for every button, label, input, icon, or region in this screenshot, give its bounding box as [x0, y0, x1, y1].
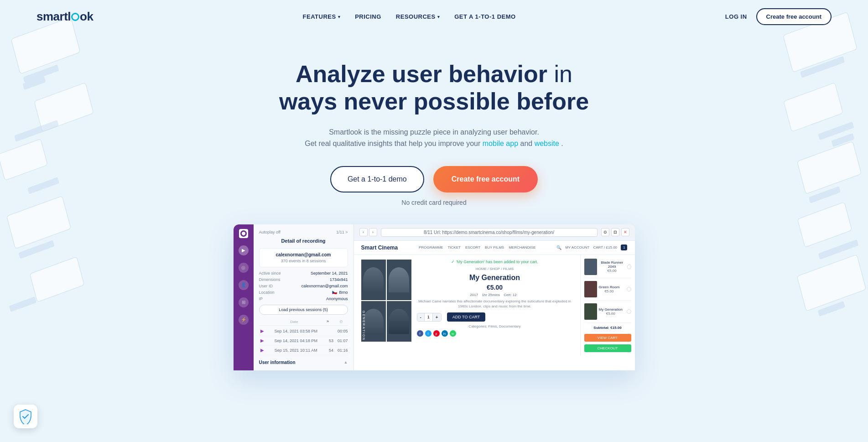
linkedin-share-icon[interactable]: in [442, 330, 448, 337]
active-since-value: September 14, 2021 [311, 271, 348, 276]
ip-row: IP Anonymous [259, 296, 348, 301]
cinema-logo: Smart Cinema [361, 244, 398, 251]
cart-item-2-radio[interactable] [627, 287, 631, 291]
session-row: ▶ Sep 14, 2021 03:58 PM 00:05 [259, 327, 348, 336]
nav-features[interactable]: FEATURES ▾ [303, 13, 341, 20]
location-value: 🇨🇿 Brno [332, 290, 348, 295]
film-image-3: GENERATION [361, 301, 386, 342]
mobile-app-link[interactable]: mobile app [483, 140, 518, 147]
facebook-share-icon[interactable]: f [417, 330, 423, 337]
cart-count-badge: 1 [621, 244, 627, 250]
autoplay-label[interactable]: Autoplay off [259, 230, 281, 234]
dimensions-label: Dimensions [259, 277, 281, 282]
film-detail-section: GENERATION ✓ 'My Generation' has been ad… [354, 255, 580, 356]
location-label: Location [259, 290, 275, 295]
user-id-row: User ID calexnorman@gmail.com [259, 284, 348, 288]
nav-resources[interactable]: RESOURCES ▾ [396, 13, 440, 20]
website-link[interactable]: website [535, 140, 559, 147]
app-preview: ▶ ◎ 👤 ⊞ ⚡ [234, 224, 635, 370]
browser-close-button[interactable]: ✕ [621, 228, 629, 236]
view-cart-button[interactable]: VIEW CART [584, 334, 631, 342]
film-image-4 [387, 301, 411, 342]
sl-funnels-icon[interactable]: ⚡ [239, 315, 249, 325]
checkout-button[interactable]: CHECKOUT [584, 344, 631, 352]
session-row: ▶ Sep 15, 2021 10:11 AM 54 01:16 [259, 346, 348, 355]
cart-item-1-radio[interactable] [627, 265, 631, 269]
add-to-cart-area: - 1 + ADD TO CART [417, 312, 573, 322]
film-image-1 [361, 260, 386, 300]
user-email: calexnorman@gmail.com [263, 252, 344, 257]
shield-badge[interactable] [14, 405, 37, 428]
browser-control-1[interactable]: ⊙ [601, 228, 609, 236]
browser-control-2[interactable]: ⊡ [611, 228, 619, 236]
nav-links: FEATURES ▾ PRICING RESOURCES ▾ GET A 1-T… [303, 13, 516, 20]
panel-header: Detail of recording [259, 238, 348, 244]
dimensions-value: 1734x941 [330, 277, 348, 282]
user-id-value: calexnorman@gmail.com [301, 284, 348, 288]
cinema-menu: PROGRAMME TICKET ESCORT BUY FILMS MERCHA… [419, 245, 535, 250]
cart-item-3-thumb [584, 303, 597, 320]
user-events: 370 events in 8 sessions [263, 259, 344, 263]
sl-heatmaps-icon[interactable]: ⊞ [239, 297, 249, 307]
nav-right: LOG IN Create free account [725, 8, 832, 25]
qty-value: 1 [424, 313, 433, 321]
add-to-cart-button[interactable]: ADD TO CART [447, 312, 486, 322]
sl-logo [239, 229, 248, 238]
no-credit-text: No credit card required [9, 199, 859, 206]
qty-increase-button[interactable]: + [433, 313, 441, 321]
nav-create-account-button[interactable]: Create free account [756, 8, 832, 25]
film-description: Michael Caine narrates this affectionate… [417, 299, 573, 309]
user-info-card: calexnorman@gmail.com 370 events in 8 se… [259, 248, 348, 267]
play-session-2-button[interactable]: ▶ [259, 338, 265, 344]
dimensions-row: Dimensions 1734x941 [259, 277, 348, 282]
twitter-share-icon[interactable]: t [425, 330, 431, 337]
cart-subtotal: Subtotal: €15.00 [584, 326, 631, 330]
social-share-icons: f t p in w [417, 330, 573, 337]
cart-item-3-name: My Generation [599, 307, 623, 312]
browser-forward-button[interactable]: › [369, 228, 377, 236]
ip-value: Anonymous [326, 296, 348, 301]
film-cert: Cert: 12 [504, 293, 516, 297]
nav-pricing[interactable]: PRICING [355, 13, 381, 20]
sl-events-icon[interactable]: ◎ [239, 263, 249, 273]
demo-button[interactable]: Get a 1-to-1 demo [330, 166, 424, 192]
play-session-1-button[interactable]: ▶ [259, 328, 265, 334]
create-account-button[interactable]: Create free account [433, 166, 538, 192]
browser-preview-area: ‹ › 8/11 Url: https://demo.smartcinema.c… [354, 224, 635, 370]
cinema-content-area: GENERATION ✓ 'My Generation' has been ad… [354, 255, 635, 356]
nav-demo[interactable]: GET A 1-TO-1 DEMO [454, 13, 515, 20]
recording-detail-panel: Autoplay off 1/11 > Detail of recording … [254, 224, 354, 370]
qty-decrease-button[interactable]: - [417, 313, 424, 321]
play-session-3-button[interactable]: ▶ [259, 347, 265, 354]
film-details: ✓ 'My Generation' has been added to your… [417, 260, 573, 351]
cart-item-3-radio[interactable] [627, 309, 631, 314]
cinema-right: 🔍 MY ACCOUNT CART / £15.00 1 [556, 244, 627, 250]
login-link[interactable]: LOG IN [725, 13, 747, 20]
browser-url-bar[interactable]: 8/11 Url: https://demo.smartcinema.co/sh… [381, 228, 598, 237]
cinema-breadcrumb: HOME / SHOP / FILMS [417, 267, 573, 271]
whatsapp-share-icon[interactable]: w [450, 330, 456, 337]
smartlook-icon-sidebar: ▶ ◎ 👤 ⊞ ⚡ [234, 224, 254, 370]
browser-nav-buttons: ‹ › [359, 228, 377, 236]
navbar: smartlok FEATURES ▾ PRICING RESOURCES ▾ … [0, 0, 868, 33]
cart-item-1-name: Blade Runner 2049 [599, 260, 625, 269]
browser-toolbar: ‹ › 8/11 Url: https://demo.smartcinema.c… [354, 224, 635, 241]
cart-item-1: Blade Runner 2049 €5.00 [584, 259, 631, 278]
cart-item-1-thumb [584, 259, 597, 275]
film-image-2 [387, 260, 411, 300]
pinterest-share-icon[interactable]: p [433, 330, 440, 337]
film-images-grid: GENERATION [361, 260, 411, 342]
logo: smartlok [36, 10, 93, 24]
cinema-website: Smart Cinema PROGRAMME TICKET ESCORT BUY… [354, 241, 635, 356]
user-info-section-label: User information [259, 360, 296, 365]
browser-window: ▶ ◎ 👤 ⊞ ⚡ [234, 224, 635, 370]
film-categories: Categories: Films, Documentary [417, 324, 573, 328]
browser-back-button[interactable]: ‹ [359, 228, 368, 236]
load-sessions-button[interactable]: Load previous sessions (5) [259, 305, 348, 315]
sl-recordings-icon[interactable]: ▶ [239, 245, 249, 255]
quantity-selector[interactable]: - 1 + [417, 313, 442, 322]
session-row: ▶ Sep 14, 2021 04:18 PM 53 01:07 [259, 336, 348, 346]
sl-users-icon[interactable]: 👤 [239, 280, 249, 290]
active-since-label: Active since [259, 271, 281, 276]
resources-chevron-icon: ▾ [437, 15, 440, 19]
